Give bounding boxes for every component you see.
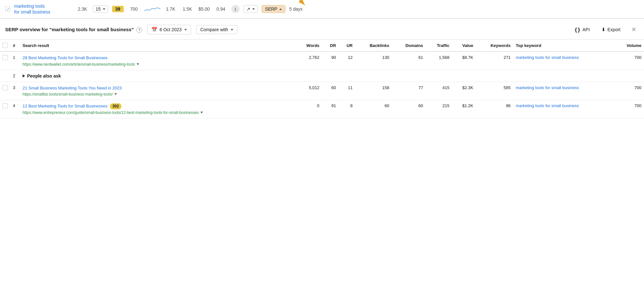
- col-header-dr: DR: [322, 40, 339, 51]
- cell-traffic: 1,568: [426, 51, 452, 70]
- table-header-row: # Search result Words DR UR Backlinks Do…: [0, 40, 644, 51]
- chevron-down-icon: [231, 29, 233, 31]
- top-bar-checkbox[interactable]: ✓: [5, 6, 10, 12]
- cell-num: 3: [10, 82, 20, 100]
- date-picker-button[interactable]: 📅 6 Oct 2023: [147, 25, 191, 34]
- cell-words: 0: [295, 100, 322, 118]
- table-row: 1 28 Best Marketing Tools for Small Busi…: [0, 51, 644, 70]
- help-icon[interactable]: ?: [136, 27, 142, 33]
- result-url[interactable]: https://www.nerdwallet.com/article/small…: [23, 62, 293, 67]
- cell-backlinks[interactable]: 130: [355, 51, 392, 70]
- cell-top-keyword[interactable]: marketing tools for small business: [513, 100, 614, 118]
- result-title[interactable]: 21 Small Business Marketing Tools You Ne…: [23, 85, 293, 91]
- cell-num: 1: [10, 51, 20, 70]
- serp-button[interactable]: SERP: [262, 5, 285, 13]
- cell-ur: 12: [339, 51, 355, 70]
- result-title[interactable]: 28 Best Marketing Tools for Small Busine…: [23, 55, 293, 61]
- cell-traffic: 415: [426, 82, 452, 100]
- cell-value: $1.2K: [452, 100, 476, 118]
- stat-comp: 0.94: [215, 6, 227, 12]
- chevron-down-icon: [184, 29, 187, 31]
- cell-domains[interactable]: 77: [392, 82, 426, 100]
- cell-volume: 700: [614, 82, 644, 100]
- stat-volume: 2.3K: [76, 6, 89, 12]
- stat-1700: 1.7K: [164, 6, 177, 12]
- cell-domains[interactable]: 60: [392, 100, 426, 118]
- cell-checkbox[interactable]: [0, 51, 10, 70]
- export-button[interactable]: ⬇ Export: [598, 25, 624, 34]
- col-header-value: Value: [452, 40, 476, 51]
- col-header-top-keyword: Top keyword: [513, 40, 614, 51]
- close-button[interactable]: ✕: [629, 24, 639, 35]
- close-icon: ✕: [631, 26, 636, 33]
- serp-results-table: # Search result Words DR UR Backlinks Do…: [0, 40, 644, 118]
- position-select[interactable]: 15: [93, 5, 108, 13]
- cell-search-result: 21 Small Business Marketing Tools You Ne…: [20, 82, 295, 100]
- col-header-ur: UR: [339, 40, 355, 51]
- cell-backlinks[interactable]: 60: [355, 100, 392, 118]
- col-header-search-result: Search result: [20, 40, 295, 51]
- checkmark-icon: ✓: [6, 7, 10, 12]
- col-header-traffic: Traffic: [426, 40, 452, 51]
- position-badge: 39: [112, 6, 124, 12]
- cell-checkbox: [0, 70, 10, 82]
- cell-checkbox[interactable]: [0, 100, 10, 118]
- cell-search-result: 12 Best Marketing Tools for Small Busine…: [20, 100, 295, 118]
- cell-num: 2: [10, 70, 20, 82]
- result-url[interactable]: https://smallbiz.tools/small-business-ma…: [23, 92, 293, 97]
- cell-dr: 60: [322, 82, 339, 100]
- position-badge: 302: [110, 103, 121, 109]
- calendar-icon: 📅: [151, 27, 158, 32]
- serp-keyword: marketing tools for small business: [52, 27, 131, 32]
- cell-top-keyword[interactable]: marketing tools for small business: [513, 51, 614, 70]
- cell-keywords[interactable]: 96: [476, 100, 513, 118]
- cell-checkbox[interactable]: [0, 82, 10, 100]
- api-button[interactable]: {} API: [571, 25, 593, 34]
- cell-dr: 90: [322, 51, 339, 70]
- serp-btn-container: SERP: [262, 5, 285, 13]
- cell-keywords[interactable]: 585: [476, 82, 513, 100]
- compare-with-button[interactable]: Compare with: [196, 25, 237, 34]
- col-header-checkbox: [0, 40, 10, 51]
- cell-volume: 700: [614, 51, 644, 70]
- chevron-up-icon: [279, 8, 282, 10]
- cell-volume: 700: [614, 100, 644, 118]
- cell-traffic: 215: [426, 100, 452, 118]
- cell-paa: People also ask: [20, 70, 644, 82]
- cell-value: $2.3K: [452, 82, 476, 100]
- cell-keywords[interactable]: 271: [476, 51, 513, 70]
- result-url[interactable]: https://www.entrepreneur.com/guide/small…: [23, 110, 293, 115]
- col-header-keywords: Keywords: [476, 40, 513, 51]
- expand-icon[interactable]: [23, 74, 25, 78]
- cell-words: 5,012: [295, 82, 322, 100]
- chevron-down-icon: [137, 63, 139, 65]
- result-title[interactable]: 12 Best Marketing Tools for Small Busine…: [23, 103, 293, 109]
- row-checkbox[interactable]: [3, 103, 8, 108]
- cell-domains[interactable]: 61: [392, 51, 426, 70]
- table-row: 4 12 Best Marketing Tools for Small Busi…: [0, 100, 644, 118]
- row-checkbox[interactable]: [3, 85, 8, 90]
- trend-up-icon: ↗: [246, 6, 250, 12]
- cell-backlinks[interactable]: 158: [355, 82, 392, 100]
- table-row: 3 21 Small Business Marketing Tools You …: [0, 82, 644, 100]
- row-checkbox[interactable]: [3, 55, 8, 60]
- header-checkbox[interactable]: [3, 43, 8, 48]
- cell-words: 2,762: [295, 51, 322, 70]
- cell-dr: 91: [322, 100, 339, 118]
- stat-1500: 1.5K: [181, 6, 194, 12]
- serp-title: SERP overview for "marketing tools for s…: [5, 27, 142, 33]
- chevron-down-icon: [114, 93, 117, 95]
- col-header-num: #: [10, 40, 20, 51]
- chevron-down-icon: [252, 8, 255, 10]
- stat-one-badge: 1: [231, 5, 240, 13]
- col-header-domains: Domains: [392, 40, 426, 51]
- cell-ur: 8: [339, 100, 355, 118]
- download-icon: ⬇: [601, 27, 606, 32]
- top-bar: ✓ marketing tools for small business 2.3…: [0, 0, 644, 18]
- top-bar-keyword[interactable]: marketing tools for small business: [14, 3, 72, 15]
- col-header-backlinks: Backlinks: [355, 40, 392, 51]
- stat-cpc: $5.00: [198, 6, 211, 12]
- trend-button[interactable]: ↗: [244, 5, 258, 13]
- api-braces-icon: {}: [574, 27, 581, 33]
- cell-top-keyword[interactable]: marketing tools for small business: [513, 82, 614, 100]
